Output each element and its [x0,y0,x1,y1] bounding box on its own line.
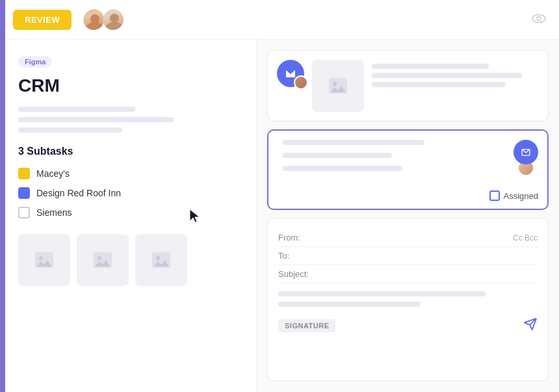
avatar-2 [101,8,125,31]
figma-badge: Figma [18,56,52,68]
cc-bcc-label[interactable]: Cc Bcc [513,233,538,242]
email-line-2 [372,73,522,78]
thumbnail-1 [18,234,70,286]
email-line-1 [372,64,489,69]
subtask-label-design-red-roof: Design Red Roof Inn [36,188,121,198]
svg-point-7 [156,256,160,260]
signature-badge: SIGNATURE [278,319,335,332]
subtask-checkbox-design-red-roof[interactable] [18,187,30,199]
email-card-1-top [268,51,548,121]
svg-point-5 [98,256,101,260]
thumbnails [18,234,238,286]
svg-point-3 [39,256,43,260]
email-line-4 [283,140,424,145]
email-card-2: Assigned [267,129,549,210]
compose-to-field: To: [278,247,538,265]
subtasks-header: 3 Subtasks [18,146,238,157]
header: REVIEW [0,0,559,40]
right-panel: Assigned From: Cc Bcc To: Subject: [257,40,559,391]
email-avatar-1 [294,75,308,90]
subtask-checkbox-siemens[interactable] [18,207,30,218]
avatar-1 [82,8,105,31]
desc-line-2 [18,117,174,122]
email-icon-2 [514,140,538,164]
email-line-6 [283,166,402,171]
email-card-1 [267,50,549,122]
subtask-item-maceys[interactable]: Macey's [18,168,238,179]
email-card-2-avatar-group [514,140,538,176]
email-icon-1 [277,60,304,87]
email-card-2-body [278,140,500,171]
subtask-list: Macey's Design Red Roof Inn Siemens [18,168,238,218]
email-card-1-lines [372,60,539,87]
assigned-row: Assigned [268,185,547,209]
compose-footer: SIGNATURE [278,317,538,333]
compose-area: From: Cc Bcc To: Subject: SIGNATURE [267,218,549,381]
main-layout: Figma CRM 3 Subtasks Macey's Design Red … [0,40,559,391]
thumbnail-2 [77,234,129,286]
desc-line-3 [18,127,122,133]
compose-body-line-2 [278,302,421,307]
svg-point-0 [532,15,545,23]
assigned-label: Assigned [504,191,538,201]
desc-line-1 [18,107,135,112]
subtask-checkbox-maceys[interactable] [18,168,30,179]
compose-subject-field: Subject: [278,265,538,283]
subtask-label-siemens: Siemens [36,207,72,218]
email-line-5 [283,153,392,158]
compose-body-line-1 [278,291,486,296]
compose-to-label: To: [278,251,317,261]
send-icon[interactable] [523,317,538,333]
svg-point-1 [537,17,541,21]
assigned-checkbox[interactable] [489,190,500,201]
description-lines [18,107,238,133]
subtask-label-maceys: Macey's [36,168,70,179]
email-line-3 [372,82,506,87]
email-card-2-lines [283,140,500,171]
project-title: CRM [18,75,238,96]
thumbnail-3 [135,234,187,286]
review-button[interactable]: REVIEW [13,10,72,30]
compose-from-field: From: Cc Bcc [278,229,538,247]
compose-from-label: From: [278,233,317,242]
compose-subject-label: Subject: [278,269,317,279]
subtask-item-siemens[interactable]: Siemens [18,207,238,218]
compose-body [278,291,538,307]
email-card-1-body [312,60,539,112]
svg-point-9 [333,82,337,86]
eye-icon[interactable] [532,13,546,27]
left-panel: Figma CRM 3 Subtasks Macey's Design Red … [0,40,257,391]
subtask-item-design-red-roof[interactable]: Design Red Roof Inn [18,187,238,199]
email-image-1 [312,60,364,112]
email-card-2-top [268,131,547,185]
avatars [82,8,125,31]
